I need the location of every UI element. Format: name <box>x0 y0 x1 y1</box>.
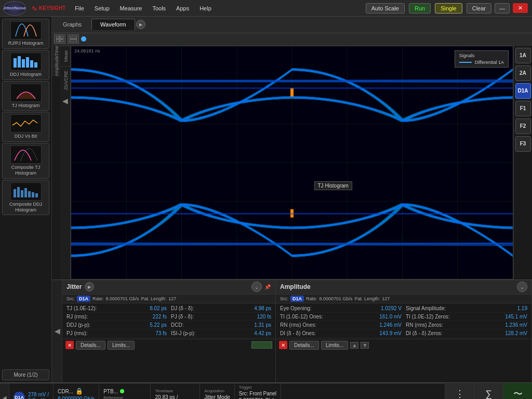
a-label2-1: TI (1.0E-12) Zeros: <box>406 314 496 320</box>
ddj-bit-thumbnail <box>10 114 42 132</box>
src-prefix: Src: <box>66 296 75 301</box>
vtab-jsa[interactable]: JSA/CRE <box>60 66 70 95</box>
amp-pat-label: Pat. Length: <box>355 296 380 301</box>
channel-voltage: 278 mV / <box>28 392 49 397</box>
jitter-limits-btn[interactable]: Limits... <box>108 341 135 350</box>
trigger-src: Src: Front Panel <box>239 391 276 396</box>
amplitude-scroll-up[interactable]: ▲ <box>350 342 358 349</box>
wf-grid-btn[interactable] <box>54 34 65 44</box>
sidebar-item-rj-pj[interactable]: RJ/PJ Histogram <box>2 19 49 49</box>
pattern-btn[interactable]: ⋮ Pattern <box>445 383 474 399</box>
a-value-0: 1.0292 V <box>370 305 402 311</box>
status-nav-left[interactable]: ◀ <box>0 383 9 399</box>
menu-setup[interactable]: Setup <box>90 3 114 14</box>
amplitude-limits-btn[interactable]: Limits... <box>321 341 348 350</box>
svg-rect-2 <box>22 59 25 68</box>
wf-split-btn[interactable] <box>68 34 79 44</box>
amp-rate-label: Rate: <box>306 296 317 301</box>
run-button[interactable]: Run <box>409 3 431 14</box>
rj-pj-label: RJ/PJ Histogram <box>8 41 44 46</box>
menu-help[interactable]: Help <box>195 3 216 14</box>
signals-btn[interactable]: 〜 Signals <box>503 383 532 399</box>
pattern-icon: ⋮ <box>455 388 464 399</box>
j-label2-2: DCD: <box>171 322 240 328</box>
jitter-row-1: RJ (rms): 222 fs PJ (δ - δ): 120 fs <box>64 313 273 321</box>
btn-2a[interactable]: 2A <box>515 65 531 81</box>
svg-rect-11 <box>32 192 34 197</box>
keysight-wave-icon: ∿ <box>31 4 37 12</box>
menu-measure[interactable]: Measure <box>116 3 147 14</box>
btn-f1[interactable]: F1 <box>515 101 531 116</box>
vtab-collapse[interactable]: ◀ <box>60 95 70 107</box>
menu-apps[interactable]: Apps <box>172 3 193 14</box>
svg-rect-15 <box>56 39 59 42</box>
tab-graphs[interactable]: Graphs <box>54 19 90 30</box>
svg-rect-12 <box>35 193 38 197</box>
amplitude-panel: Amplitude ⌄ Src: D1A Rate: 8.0000701 Gb/… <box>276 280 532 382</box>
btn-1a[interactable]: 1A <box>515 48 531 63</box>
jitter-pin-btn[interactable]: 📌 <box>264 283 271 290</box>
close-button[interactable]: ✕ <box>513 3 528 13</box>
section-collapse-nav[interactable]: ◀ <box>52 280 62 382</box>
sidebar-item-composite-tj[interactable]: Composite TJ Histogram <box>2 143 49 179</box>
jitter-header: Jitter ▶ ⌄ 📌 <box>62 280 275 295</box>
wf-color-dot[interactable] <box>81 36 86 42</box>
sidebar-item-ddj[interactable]: DDJ Histogram <box>2 50 49 80</box>
tab-waveform[interactable]: Waveform <box>91 19 135 30</box>
svg-rect-14 <box>60 36 63 38</box>
single-label: Single <box>441 5 457 11</box>
btn-f3[interactable]: F3 <box>515 136 531 152</box>
jitter-close-btn[interactable]: ✕ <box>65 341 74 349</box>
j-value-0: 8.02 ps <box>136 305 167 311</box>
amp-row-0: Eye Opening: 1.0292 V Signal Amplitude: … <box>278 304 529 313</box>
jitter-src-badge: D1A <box>77 296 90 302</box>
amplitude-collapse-btn[interactable]: ⌄ <box>517 282 527 292</box>
amplitude-close-btn[interactable]: ✕ <box>279 341 287 349</box>
ptb-ref-label: Reference: <box>103 395 146 400</box>
j-label2-1: PJ (δ - δ): <box>171 314 240 320</box>
timebase-rate: 20.83 ps / <box>155 394 195 400</box>
btn-d1a[interactable]: D1A <box>515 83 531 99</box>
minimize-button[interactable]: — <box>495 3 510 14</box>
sidebar-item-composite-ddj[interactable]: Composite DDJ Histogram <box>2 180 49 216</box>
jitter-play-btn[interactable]: ▶ <box>85 282 94 291</box>
svg-rect-1 <box>18 56 21 68</box>
svg-rect-18 <box>70 39 77 42</box>
menu-file[interactable]: File <box>71 3 88 14</box>
vtab-meas[interactable]: Meas <box>60 46 70 66</box>
math-btn[interactable]: ∑ Math <box>474 383 503 399</box>
a-value2-1: 145.1 mV <box>496 314 527 320</box>
jitter-row-3: PJ (rms): 73 fs ISI-J (p-p): 4.42 ps <box>64 329 273 338</box>
differential-legend-row: Differential 1A <box>459 60 504 65</box>
status-channel: D1A 278 mV / 2.0 mV <box>9 383 54 399</box>
jitter-details-btn[interactable]: Details... <box>76 341 105 350</box>
more-button[interactable]: More (1/2) <box>2 369 49 380</box>
j-value2-1: 120 fs <box>240 314 271 320</box>
a-label2-3: DI (δ - δ) Zeros: <box>406 330 496 336</box>
menu-bar: Jitter/Noise ∿ KEYSIGHT File Setup Measu… <box>0 0 532 17</box>
status-cdr: CDR... 🔒 8.0000000 Gb/s LBW: 1.500 MHz <box>54 383 99 399</box>
jitter-collapse-btn[interactable]: ⌄ <box>251 282 262 292</box>
svg-rect-16 <box>60 39 63 42</box>
timebase-label: Timebase <box>155 389 195 393</box>
svg-rect-3 <box>26 57 29 68</box>
sidebar-item-ddj-bit[interactable]: DDJ Vs Bit <box>2 112 49 142</box>
bottom-right-buttons: ⋮ Pattern ∑ Math 〜 Signals <box>445 383 532 399</box>
btn-f2[interactable]: F2 <box>515 118 531 134</box>
amplitude-scroll-down[interactable]: ▼ <box>361 342 369 349</box>
auto-scale-button[interactable]: Auto Scale <box>366 3 405 14</box>
sidebar-item-tj[interactable]: TJ Histogram <box>2 81 49 111</box>
svg-rect-0 <box>14 58 17 68</box>
signals-legend-title: Signals <box>459 53 504 58</box>
status-bar: ◀ D1A 278 mV / 2.0 mV CDR... 🔒 8.0000000… <box>0 382 532 399</box>
amplitude-details-btn[interactable]: Details... <box>289 341 319 350</box>
amplitude-rate-value: 8.0000701 Gb/s <box>320 296 353 301</box>
amplitude-pat-value: 127 <box>382 296 390 301</box>
clear-button[interactable]: Clear <box>467 3 491 14</box>
tab-play-button[interactable]: ▶ <box>136 20 145 29</box>
left-sidebar: RJ/PJ Histogram DDJ Histogram <box>0 17 52 382</box>
j-value-1: 222 fs <box>136 314 167 320</box>
menu-tools[interactable]: Tools <box>148 3 170 14</box>
composite-ddj-thumbnail <box>10 182 42 201</box>
single-button[interactable]: Single <box>435 3 462 14</box>
